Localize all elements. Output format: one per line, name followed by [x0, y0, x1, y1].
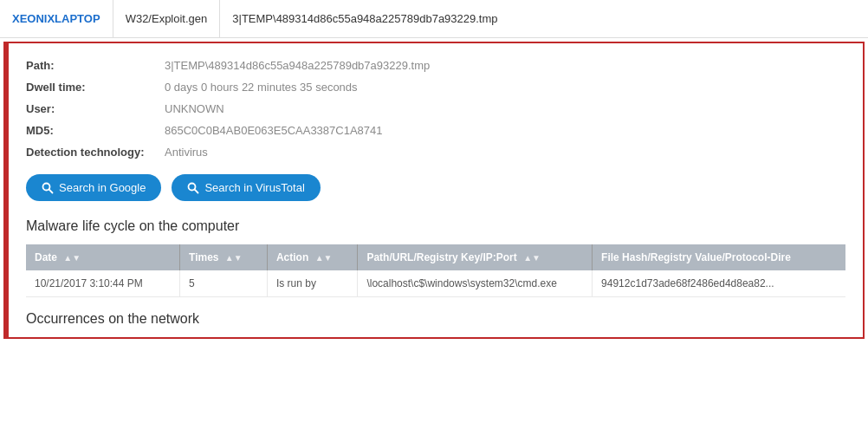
- cell-hash: 94912c1d73ade68f2486ed4d8ea82...: [593, 270, 845, 297]
- cell-date: 10/21/2017 3:10:44 PM: [26, 270, 180, 297]
- lifecycle-heading: Malware life cycle on the computer: [26, 218, 845, 234]
- search-virustotal-label: Search in VirusTotal: [204, 181, 304, 194]
- col-times-label: Times: [189, 251, 218, 263]
- path-cell: 3|TEMP\489314d86c55a948a225789db7a93229.…: [220, 0, 868, 37]
- col-date[interactable]: Date ▲▼: [26, 244, 180, 270]
- col-hash[interactable]: File Hash/Registry Value/Protocol-Dire: [593, 244, 845, 270]
- path-row: Path: 3|TEMP\489314d86c55a948a225789db7a…: [26, 59, 845, 72]
- search-google-label: Search in Google: [59, 181, 146, 194]
- cell-times: 5: [180, 270, 268, 297]
- col-hash-label: File Hash/Registry Value/Protocol-Dire: [601, 251, 791, 263]
- hostname-cell: XEONIXLAPTOP: [0, 0, 113, 37]
- sort-times-icon: ▲▼: [225, 253, 243, 263]
- user-field-label: User:: [26, 102, 165, 115]
- occurrences-heading: Occurrences on the network: [26, 311, 845, 327]
- path-label: 3|TEMP\489314d86c55a948a225789db7a93229.…: [232, 12, 497, 25]
- user-row: User: UNKNOWN: [26, 102, 845, 115]
- path-field-value: 3|TEMP\489314d86c55a948a225789db7a93229.…: [165, 59, 845, 72]
- col-times[interactable]: Times ▲▼: [180, 244, 268, 270]
- sort-action-icon: ▲▼: [315, 253, 333, 263]
- dwell-field-value: 0 days 0 hours 22 minutes 35 seconds: [165, 81, 845, 94]
- table-body: 10/21/2017 3:10:44 PM 5 Is run by \local…: [26, 270, 845, 297]
- search-virustotal-button[interactable]: Search in VirusTotal: [172, 174, 320, 201]
- col-path-label: Path/URL/Registry Key/IP:Port: [366, 251, 516, 263]
- col-date-label: Date: [35, 251, 57, 263]
- detection-field-value: Antivirus: [165, 146, 845, 159]
- table-header: Date ▲▼ Times ▲▼ Action ▲▼ Path/URL/Regi…: [26, 244, 845, 270]
- search-google-button[interactable]: Search in Google: [26, 174, 161, 201]
- path-field-label: Path:: [26, 59, 165, 72]
- exploit-label: W32/Exploit.gen: [126, 12, 208, 25]
- md5-field-value: 865C0C0B4AB0E063E5CAA3387C1A8741: [165, 124, 845, 137]
- col-action[interactable]: Action ▲▼: [267, 244, 357, 270]
- detection-field-label: Detection technology:: [26, 146, 165, 159]
- cell-path: \localhost\c$\windows\system32\cmd.exe: [358, 270, 593, 297]
- col-path[interactable]: Path/URL/Registry Key/IP:Port ▲▼: [358, 244, 593, 270]
- table-row: 10/21/2017 3:10:44 PM 5 Is run by \local…: [26, 270, 845, 297]
- hostname-label: XEONIXLAPTOP: [12, 12, 100, 25]
- svg-line-1: [49, 189, 53, 192]
- cell-action: Is run by: [267, 270, 357, 297]
- sort-date-icon: ▲▼: [63, 253, 81, 263]
- md5-row: MD5: 865C0C0B4AB0E063E5CAA3387C1A8741: [26, 124, 845, 137]
- button-group: Search in Google Search in VirusTotal: [26, 174, 845, 201]
- exploit-cell: W32/Exploit.gen: [113, 0, 221, 37]
- dwell-field-label: Dwell time:: [26, 81, 165, 94]
- detection-row: Detection technology: Antivirus: [26, 146, 845, 159]
- col-action-label: Action: [276, 251, 308, 263]
- dwell-row: Dwell time: 0 days 0 hours 22 minutes 35…: [26, 81, 845, 94]
- top-bar: XEONIXLAPTOP W32/Exploit.gen 3|TEMP\4893…: [0, 0, 868, 38]
- md5-field-label: MD5:: [26, 124, 165, 137]
- search-virustotal-icon: [187, 182, 199, 194]
- search-google-icon: [42, 182, 54, 194]
- main-content: Path: 3|TEMP\489314d86c55a948a225789db7a…: [3, 42, 865, 339]
- lifecycle-table: Date ▲▼ Times ▲▼ Action ▲▼ Path/URL/Regi…: [26, 244, 845, 297]
- sort-path-icon: ▲▼: [523, 253, 541, 263]
- svg-line-3: [195, 189, 198, 192]
- user-field-value: UNKNOWN: [165, 102, 845, 115]
